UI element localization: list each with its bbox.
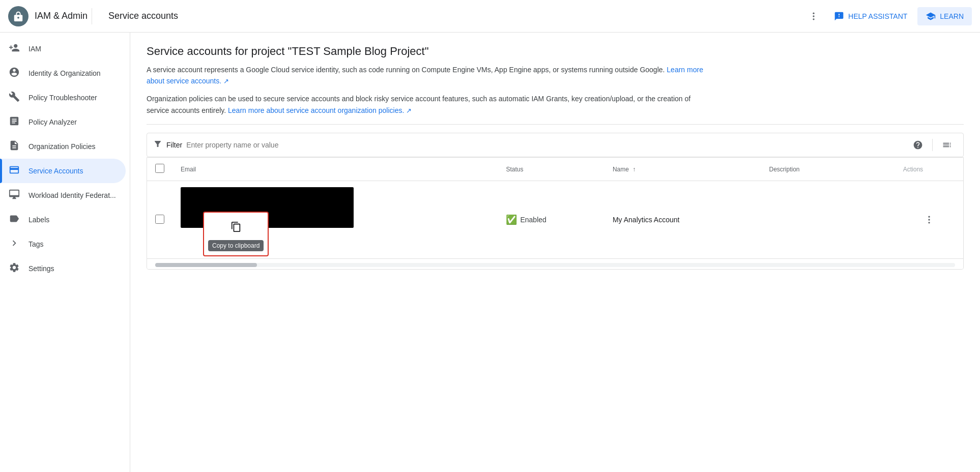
- external-link-icon-1: ↗: [223, 77, 229, 85]
- status-label: Enabled: [520, 216, 546, 224]
- learn-button[interactable]: LEARN: [917, 7, 972, 25]
- header-actions: HELP ASSISTANT LEARN: [803, 6, 972, 26]
- sidebar-item-iam-label: IAM: [28, 45, 41, 53]
- app-icon: [8, 6, 28, 26]
- sidebar-item-iam[interactable]: IAM: [0, 37, 126, 61]
- filter-label: Filter: [166, 141, 182, 149]
- filter-input[interactable]: [186, 141, 904, 149]
- filter-icon: [153, 139, 162, 151]
- doc-text-icon: [8, 140, 20, 154]
- svg-point-3: [928, 216, 930, 218]
- sidebar-item-tags[interactable]: Tags: [0, 232, 126, 256]
- sidebar-item-policy-troubleshooter-label: Policy Troubleshooter: [28, 94, 97, 102]
- table-row: Copy to clipboard ✅ Enabled My Analytics…: [147, 181, 963, 259]
- svg-point-5: [928, 222, 930, 224]
- learn-link-2[interactable]: Learn more about service account organiz…: [228, 106, 412, 114]
- sidebar-item-workload-identity-label: Workload Identity Federat...: [28, 191, 116, 199]
- monitor-icon: [8, 189, 20, 202]
- name-col-label: Name: [613, 166, 629, 173]
- help-assistant-button[interactable]: HELP ASSISTANT: [828, 7, 913, 25]
- description-cell: [761, 181, 895, 259]
- service-accounts-table: Email Status Name ↑ Description: [147, 157, 964, 270]
- filter-actions: [908, 135, 957, 155]
- person-add-icon: [8, 42, 20, 56]
- gear-icon: [8, 262, 20, 276]
- copy-to-clipboard-button[interactable]: [226, 217, 246, 237]
- scroll-thumb: [155, 263, 257, 267]
- scroll-track[interactable]: [155, 263, 955, 267]
- filter-bar: Filter: [147, 133, 964, 157]
- sidebar-item-labels-label: Labels: [28, 216, 49, 224]
- select-all-header[interactable]: [147, 158, 172, 181]
- email-column-header: Email: [172, 158, 498, 181]
- sidebar-item-service-accounts-label: Service Accounts: [28, 167, 83, 175]
- email-cell: Copy to clipboard: [172, 181, 498, 259]
- row-checkbox[interactable]: [155, 215, 164, 224]
- body-layout: IAM Identity & Organization Policy Troub…: [0, 33, 980, 472]
- main-content: Service accounts for project "TEST Sampl…: [130, 33, 980, 472]
- filter-help-button[interactable]: [908, 135, 928, 155]
- help-assistant-label: HELP ASSISTANT: [848, 12, 907, 20]
- svg-point-4: [928, 219, 930, 221]
- check-circle-icon: ✅: [506, 214, 517, 225]
- status-column-header: Status: [498, 158, 604, 181]
- sidebar-item-identity-org[interactable]: Identity & Organization: [0, 61, 126, 85]
- sidebar-item-policy-analyzer-label: Policy Analyzer: [28, 118, 77, 126]
- page-heading: Service accounts for project "TEST Sampl…: [147, 45, 964, 58]
- person-circle-icon: [8, 67, 20, 80]
- header-divider: [92, 8, 92, 24]
- id-card-icon: [8, 164, 20, 178]
- app-title: IAM & Admin: [35, 11, 88, 21]
- section-divider: [147, 124, 964, 125]
- top-header: IAM & Admin Service accounts HELP ASSIST…: [0, 0, 980, 33]
- column-toggle-button[interactable]: [937, 135, 957, 155]
- external-link-icon-2: ↗: [406, 107, 412, 114]
- sidebar-item-policy-troubleshooter[interactable]: Policy Troubleshooter: [0, 85, 126, 110]
- wrench-icon: [8, 91, 20, 105]
- learn-label: LEARN: [940, 12, 964, 20]
- svg-point-0: [813, 12, 814, 14]
- description1: A service account represents a Google Cl…: [147, 64, 706, 87]
- account-name: My Analytics Account: [613, 216, 680, 224]
- name-cell: My Analytics Account: [604, 181, 761, 259]
- sidebar-item-policy-analyzer[interactable]: Policy Analyzer: [0, 110, 126, 134]
- svg-point-2: [813, 18, 814, 20]
- tag-icon: [8, 213, 20, 227]
- sidebar-item-workload-identity[interactable]: Workload Identity Federat...: [0, 183, 126, 208]
- clipboard-overlay: Copy to clipboard: [203, 212, 269, 256]
- actions-cell[interactable]: [895, 181, 963, 259]
- chevron-right-icon: [8, 238, 20, 251]
- sort-arrow-icon: ↑: [632, 166, 636, 173]
- sidebar-item-org-policies-label: Organization Policies: [28, 142, 96, 151]
- sidebar: IAM Identity & Organization Policy Troub…: [0, 33, 130, 472]
- page-title-header: Service accounts: [96, 11, 803, 21]
- clipboard-tooltip-label: Copy to clipboard: [208, 240, 264, 251]
- sidebar-item-labels[interactable]: Labels: [0, 208, 126, 232]
- sidebar-item-service-accounts[interactable]: Service Accounts: [0, 159, 126, 183]
- description-column-header: Description: [761, 158, 895, 181]
- select-all-checkbox[interactable]: [155, 164, 164, 173]
- header-more-button[interactable]: [803, 6, 824, 26]
- sidebar-item-tags-label: Tags: [28, 240, 44, 248]
- sidebar-item-org-policies[interactable]: Organization Policies: [0, 134, 126, 159]
- active-bar: [0, 159, 2, 183]
- status-enabled: ✅ Enabled: [506, 214, 596, 225]
- status-cell: ✅ Enabled: [498, 181, 604, 259]
- row-more-button[interactable]: [921, 212, 937, 228]
- description2: Organization policies can be used to sec…: [147, 93, 706, 116]
- name-column-header[interactable]: Name ↑: [604, 158, 761, 181]
- sidebar-item-settings-label: Settings: [28, 264, 54, 273]
- list-alt-icon: [8, 115, 20, 129]
- row-checkbox-cell[interactable]: [147, 181, 172, 259]
- sidebar-item-settings[interactable]: Settings: [0, 256, 126, 281]
- filter-divider: [932, 139, 933, 151]
- svg-point-1: [813, 15, 814, 17]
- actions-column-header: Actions: [895, 158, 963, 181]
- sidebar-item-identity-org-label: Identity & Organization: [28, 69, 101, 77]
